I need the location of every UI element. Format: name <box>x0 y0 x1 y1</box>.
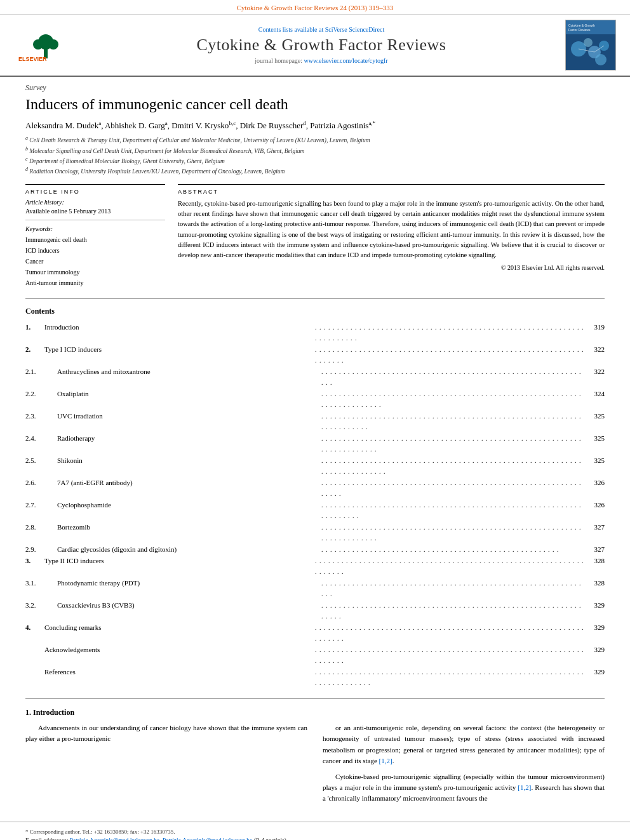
section-divider-1 <box>25 298 605 299</box>
article-info-abstract: ARTICLE INFO Article history: Available … <box>25 184 605 288</box>
author-4: Dirk De Ruysscherd <box>240 121 306 130</box>
elsevier-logo: ELSEVIER <box>17 28 74 63</box>
toc-page: 327 <box>586 543 605 556</box>
toc-num: 1. <box>25 321 44 333</box>
toc-row: 2.5. Shikonin . . . . . . . . . . . . . … <box>25 455 605 477</box>
toc-page: 326 <box>586 477 605 489</box>
keyword-2: ICD inducers <box>25 245 165 256</box>
toc-row: 2.2. Oxaliplatin . . . . . . . . . . . .… <box>25 388 605 410</box>
toc-label: References <box>44 666 315 678</box>
toc-num: 2.5. <box>25 455 57 467</box>
keyword-3: Cancer <box>25 256 165 267</box>
intro-heading: 1. Introduction <box>25 708 605 717</box>
copyright-line: © 2013 Elsevier Ltd. All rights reserved… <box>178 264 605 271</box>
toc-row: 2. Type I ICD inducers . . . . . . . . .… <box>25 343 605 366</box>
contents-section: Contents 1. Introduction . . . . . . . .… <box>25 307 605 689</box>
toc-page: 319 <box>586 321 605 333</box>
toc-dots: . . . . . . . . . . . . . . . . . . . . … <box>315 344 586 366</box>
sciverse-text: Contents lists available at <box>258 26 323 33</box>
toc-num: 3.1. <box>25 577 57 589</box>
email-suffix: (P. Agostinis). <box>254 837 288 840</box>
toc-row: 2.6. 7A7 (anti-EGFR antibody) . . . . . … <box>25 477 605 499</box>
keyword-1: Immunogenic cell death <box>25 234 165 245</box>
toc-page: 325 <box>586 432 605 444</box>
author-1: Aleksandra M. Dudeka <box>25 121 101 130</box>
journal-title: Cytokine & Growth Factor Reviews <box>84 36 559 55</box>
toc-num: 2.6. <box>25 477 57 489</box>
article-info-title: ARTICLE INFO <box>25 189 165 195</box>
intro-para-1: Advancements in our understanding of can… <box>25 723 307 744</box>
journal-header: ELSEVIER Contents lists available at Sci… <box>0 15 630 77</box>
toc-table: 1. Introduction . . . . . . . . . . . . … <box>25 321 605 689</box>
toc-dots: . . . . . . . . . . . . . . . . . . . . … <box>321 477 586 499</box>
article-body: Survey Inducers of immunogenic cancer ce… <box>0 77 630 822</box>
sciverse-line: Contents lists available at SciVerse Sci… <box>84 26 559 33</box>
toc-row: 2.4. Radiotherapy . . . . . . . . . . . … <box>25 432 605 455</box>
toc-row: 3.2. Coxsackievirus B3 (CVB3) . . . . . … <box>25 599 605 622</box>
toc-dots: . . . . . . . . . . . . . . . . . . . . … <box>321 455 586 477</box>
svg-point-3 <box>48 39 58 50</box>
toc-label: UVC irradiation <box>57 410 321 422</box>
toc-label: Cyclophosphamide <box>57 499 321 511</box>
toc-dots: . . . . . . . . . . . . . . . . . . . . … <box>321 433 586 455</box>
toc-page: 329 <box>586 622 605 634</box>
toc-row: Acknowledgements . . . . . . . . . . . .… <box>25 644 605 666</box>
intro-col-left: Advancements in our understanding of can… <box>25 723 307 808</box>
ref-link-1[interactable]: [1,2] <box>379 757 392 764</box>
toc-page: 328 <box>586 577 605 589</box>
toc-label: Oxaliplatin <box>57 388 321 400</box>
article-type: Survey <box>25 83 605 93</box>
toc-label: Cardiac glycosides (digoxin and digitoxi… <box>57 543 321 556</box>
toc-num: 2.7. <box>25 499 57 511</box>
author-2: Abhishek D. Garga <box>105 121 168 130</box>
abstract-title: ABSTRACT <box>178 189 605 195</box>
article-title: Inducers of immunogenic cancer cell deat… <box>25 95 605 114</box>
intro-para-2: or an anti-tumourigenic role, depending … <box>323 723 605 766</box>
toc-page: 322 <box>586 343 605 356</box>
sciverse-link[interactable]: SciVerse ScienceDirect <box>325 26 385 33</box>
toc-row: 2.1. Anthracyclines and mitoxantrone . .… <box>25 366 605 388</box>
journal-homepage: journal homepage: www.elsevier.com/locat… <box>84 57 559 64</box>
svg-point-13 <box>595 54 607 65</box>
inflammatory-word: inflammatory <box>362 794 400 802</box>
homepage-url[interactable]: www.elsevier.com/locate/cytogfr <box>304 57 388 64</box>
toc-label: Concluding remarks <box>44 622 315 634</box>
toc-dots: . . . . . . . . . . . . . . . . . . . . … <box>315 622 586 644</box>
toc-label: Type I ICD inducers <box>44 343 315 356</box>
affiliations: a Cell Death Research & Therapy Unit, De… <box>25 135 605 177</box>
toc-dots: . . . . . . . . . . . . . . . . . . . . … <box>321 544 586 555</box>
intro-col-right: or an anti-tumourigenic role, depending … <box>323 723 605 808</box>
toc-label: 7A7 (anti-EGFR antibody) <box>57 477 321 489</box>
toc-num: 2.3. <box>25 410 57 422</box>
email-link-1[interactable]: Patricia.Agostinis@med.kuleuven.be <box>70 837 159 840</box>
homepage-label: journal homepage: <box>255 57 302 64</box>
journal-cover-thumbnail: Cytokine & Growth Factor Reviews <box>565 20 616 70</box>
toc-num: 3. <box>25 555 44 567</box>
toc-row: 2.8. Bortezomib . . . . . . . . . . . . … <box>25 521 605 543</box>
toc-row: 3.1. Photodynamic therapy (PDT) . . . . … <box>25 577 605 599</box>
toc-row: References . . . . . . . . . . . . . . .… <box>25 666 605 688</box>
toc-label: Coxsackievirus B3 (CVB3) <box>57 599 321 611</box>
toc-num: 2.4. <box>25 432 57 444</box>
toc-num: 2.8. <box>25 521 57 533</box>
toc-dots: . . . . . . . . . . . . . . . . . . . . … <box>321 411 586 432</box>
toc-label: Acknowledgements <box>44 644 315 656</box>
toc-label: Type II ICD inducers <box>44 555 315 567</box>
abstract-text: Recently, cytokine-based pro-tumourigeni… <box>178 199 605 261</box>
toc-label: Bortezomib <box>57 521 321 533</box>
svg-text:ELSEVIER: ELSEVIER <box>18 56 47 62</box>
toc-page: 325 <box>586 410 605 422</box>
toc-page: 329 <box>586 644 605 656</box>
toc-label: Anthracyclines and mitoxantrone <box>57 366 321 378</box>
corresponding-note: * Corresponding author. Tel.: +32 163308… <box>25 829 605 835</box>
toc-label: Introduction <box>44 321 315 333</box>
toc-label: Shikonin <box>57 455 321 467</box>
toc-page: 325 <box>586 455 605 467</box>
email-link-2[interactable]: Patrizia.Agostinis@med.kuleuven.be <box>163 837 252 840</box>
toc-label: Photodynamic therapy (PDT) <box>57 577 321 589</box>
toc-row: 1. Introduction . . . . . . . . . . . . … <box>25 321 605 343</box>
toc-row: 4. Concluding remarks . . . . . . . . . … <box>25 622 605 644</box>
available-online: Available online 5 February 2013 <box>25 208 165 215</box>
ref-link-2[interactable]: [1,2] <box>518 783 531 791</box>
toc-dots: . . . . . . . . . . . . . . . . . . . . … <box>315 667 586 688</box>
